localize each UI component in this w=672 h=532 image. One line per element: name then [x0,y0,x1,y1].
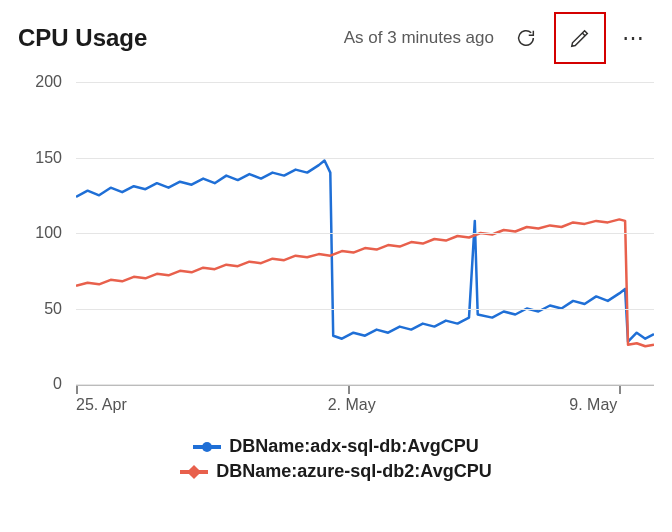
y-tick-label: 200 [35,73,62,91]
more-button[interactable]: ⋯ [614,18,654,58]
as-of-text: As of 3 minutes ago [344,28,494,48]
x-tick-label: 2. May [328,396,376,414]
legend-label: DBName:azure-sql-db2:AvgCPU [216,461,491,482]
series-line [76,161,654,342]
y-tick-label: 150 [35,149,62,167]
legend-swatch-icon [193,442,221,452]
legend-item[interactable]: DBName:adx-sql-db:AvgCPU [193,436,478,457]
grid-line [76,233,654,234]
x-tick-mark [619,386,621,394]
series-line [76,219,654,346]
grid-line [76,82,654,83]
edit-button[interactable] [554,12,606,64]
grid-line [76,158,654,159]
legend-item[interactable]: DBName:azure-sql-db2:AvgCPU [180,461,491,482]
legend-swatch-icon [180,467,208,477]
refresh-button[interactable] [506,18,546,58]
y-tick-label: 50 [44,300,62,318]
grid-line [76,309,654,310]
chart-panel: CPU Usage As of 3 minutes ago ⋯ 05010015… [0,0,672,532]
y-tick-label: 0 [53,375,62,393]
chart-area: 050100150200 25. Apr2. May9. May [18,82,654,422]
x-axis: 25. Apr2. May9. May [76,388,654,422]
refresh-icon [515,27,537,49]
pencil-icon [569,27,591,49]
x-tick-label: 9. May [569,396,617,414]
legend-label: DBName:adx-sql-db:AvgCPU [229,436,478,457]
panel-title: CPU Usage [18,24,147,52]
x-tick-mark [76,386,78,394]
grid-line [76,384,654,385]
ellipsis-icon: ⋯ [622,25,646,51]
y-axis: 050100150200 [18,82,68,384]
y-tick-label: 100 [35,224,62,242]
x-tick-mark [348,386,350,394]
legend: DBName:adx-sql-db:AvgCPUDBName:azure-sql… [18,436,654,482]
panel-header: CPU Usage As of 3 minutes ago ⋯ [18,12,654,64]
x-tick-label: 25. Apr [76,396,127,414]
